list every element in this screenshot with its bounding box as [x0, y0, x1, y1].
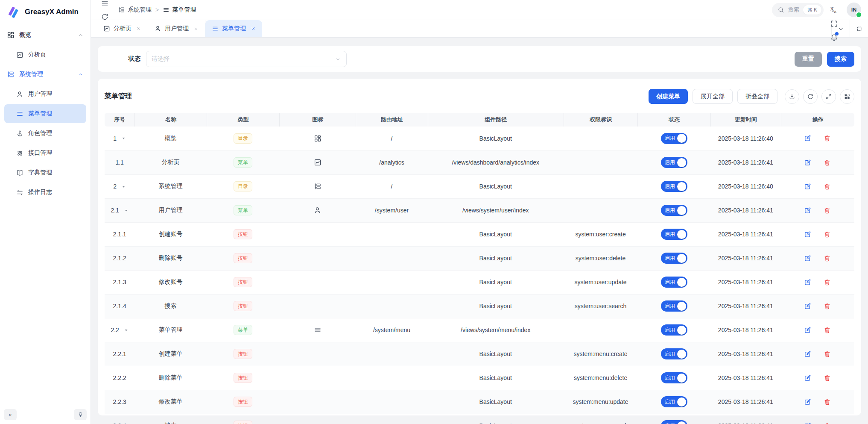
- translate-button[interactable]: 文A: [827, 3, 841, 17]
- reset-button[interactable]: 重置: [795, 52, 822, 67]
- breadcrumb-item[interactable]: 菜单管理: [163, 6, 196, 14]
- caret-down-icon[interactable]: [124, 208, 129, 213]
- cell-status: 启用: [637, 127, 710, 150]
- chart-icon: [314, 159, 321, 166]
- column-header: 类型: [207, 113, 279, 127]
- refresh-button[interactable]: [803, 89, 818, 104]
- sidebar-item-swap[interactable]: 操作日志: [4, 183, 86, 202]
- delete-button[interactable]: [823, 158, 832, 167]
- status-toggle[interactable]: 启用: [661, 300, 687, 312]
- sidebar-item-chart[interactable]: 分析页: [4, 45, 86, 64]
- pin-button[interactable]: [74, 409, 87, 420]
- edit-icon: [804, 422, 811, 424]
- close-icon[interactable]: [193, 26, 199, 31]
- status-toggle[interactable]: 启用: [661, 205, 687, 216]
- global-search-button[interactable]: 搜索 ⌘ K: [772, 3, 824, 17]
- delete-button[interactable]: [823, 206, 832, 215]
- cell-component: /views/system/menu/index: [428, 318, 564, 342]
- swap-icon: [16, 189, 23, 196]
- delete-button[interactable]: [823, 302, 832, 310]
- caret-down-icon[interactable]: [124, 328, 129, 333]
- column-header: 操作: [781, 113, 854, 127]
- grid-settings-button[interactable]: [840, 89, 854, 104]
- edit-button[interactable]: [804, 350, 812, 358]
- sidebar-item-label: 菜单管理: [28, 110, 52, 118]
- expand-all-button[interactable]: 展开全部: [693, 89, 733, 104]
- sidebar-item-menu[interactable]: 菜单管理: [4, 104, 86, 123]
- status-toggle[interactable]: 启用: [661, 420, 687, 424]
- cell-updated: 2025-03-18 11:26:41: [710, 342, 781, 366]
- book-icon: [16, 169, 23, 177]
- delete-button[interactable]: [823, 182, 832, 191]
- search-button[interactable]: 搜索: [827, 52, 854, 67]
- cell-seq: 1.1: [105, 150, 134, 174]
- edit-button[interactable]: [804, 230, 812, 238]
- close-icon[interactable]: [251, 26, 256, 31]
- edit-button[interactable]: [804, 158, 812, 167]
- moon-button[interactable]: [827, 0, 841, 3]
- sidebar-collapse-button[interactable]: «: [4, 409, 17, 420]
- edit-button[interactable]: [804, 398, 812, 406]
- close-icon[interactable]: [136, 26, 141, 31]
- maximize-button[interactable]: [850, 20, 868, 37]
- sidebar-item-book[interactable]: 字典管理: [4, 163, 86, 182]
- tab-menu[interactable]: 菜单管理: [205, 20, 262, 37]
- breadcrumb-item[interactable]: 系统管理: [118, 6, 152, 14]
- tab-user[interactable]: 用户管理: [148, 20, 205, 37]
- edit-button[interactable]: [804, 134, 812, 143]
- sidebar-item-anchor[interactable]: 角色管理: [4, 124, 86, 143]
- edit-button[interactable]: [804, 374, 812, 382]
- delete-button[interactable]: [823, 254, 832, 262]
- sidebar-item-api[interactable]: 接口管理: [4, 144, 86, 162]
- status-toggle[interactable]: 启用: [661, 181, 687, 192]
- delete-button[interactable]: [823, 398, 832, 406]
- status-toggle[interactable]: 启用: [661, 253, 687, 264]
- delete-button[interactable]: [823, 278, 832, 286]
- cell-updated: 2025-03-18 11:26:41: [710, 390, 781, 414]
- status-select-placeholder: 请选择: [152, 55, 170, 63]
- delete-button[interactable]: [823, 230, 832, 238]
- status-toggle[interactable]: 启用: [661, 277, 687, 288]
- edit-button[interactable]: [804, 254, 812, 262]
- delete-button[interactable]: [823, 421, 832, 424]
- expand-arrows-button[interactable]: [821, 89, 836, 104]
- refresh-button[interactable]: [98, 10, 111, 24]
- delete-button[interactable]: [823, 374, 832, 382]
- download-button[interactable]: [785, 89, 799, 104]
- bell-button[interactable]: [827, 30, 841, 44]
- sidebar-group-grid[interactable]: 概览: [0, 26, 91, 44]
- edit-button[interactable]: [804, 278, 812, 286]
- avatar[interactable]: IN: [847, 3, 861, 17]
- edit-button[interactable]: [804, 302, 812, 310]
- sidebar-group-tree[interactable]: 系统管理: [0, 65, 91, 84]
- create-menu-button[interactable]: 创建菜单: [649, 89, 688, 104]
- expand-arrows-icon: [825, 93, 832, 100]
- caret-down-icon[interactable]: [121, 136, 126, 141]
- collapse-all-button[interactable]: 折叠全部: [737, 89, 777, 104]
- fullscreen-button[interactable]: [827, 17, 841, 30]
- delete-button[interactable]: [823, 350, 832, 358]
- grid-icon: [314, 135, 321, 142]
- cell-name: 删除菜单: [134, 366, 207, 390]
- delete-button[interactable]: [823, 134, 832, 143]
- logo[interactable]: GreasyX Admin: [0, 0, 91, 24]
- breadcrumb: 系统管理>菜单管理: [118, 6, 196, 14]
- status-toggle[interactable]: 启用: [661, 133, 687, 144]
- status-toggle[interactable]: 启用: [661, 348, 687, 359]
- edit-button[interactable]: [804, 421, 812, 424]
- table-tool-icons: [785, 89, 854, 104]
- status-select[interactable]: 请选择: [146, 51, 347, 67]
- edit-button[interactable]: [804, 206, 812, 215]
- sidebar-item-user[interactable]: 用户管理: [4, 85, 86, 103]
- cell-seq: 2.2.4: [105, 414, 134, 424]
- edit-button[interactable]: [804, 326, 812, 334]
- status-toggle[interactable]: 启用: [661, 157, 687, 168]
- hamburger-menu-button[interactable]: [98, 0, 111, 10]
- edit-button[interactable]: [804, 182, 812, 191]
- status-toggle[interactable]: 启用: [661, 396, 687, 407]
- delete-button[interactable]: [823, 326, 832, 334]
- status-toggle[interactable]: 启用: [661, 229, 687, 240]
- status-toggle[interactable]: 启用: [661, 372, 687, 383]
- caret-down-icon[interactable]: [121, 184, 126, 189]
- status-toggle[interactable]: 启用: [661, 324, 687, 336]
